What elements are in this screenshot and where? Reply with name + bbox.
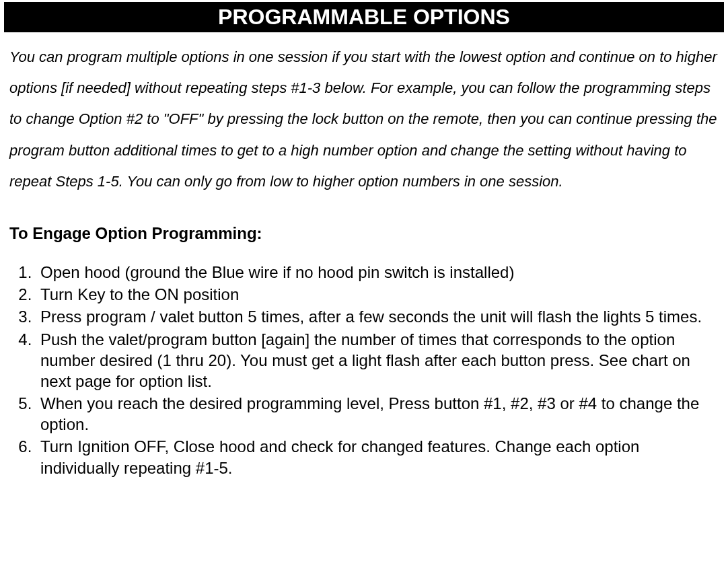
step-item: When you reach the desired programming l…: [36, 393, 719, 435]
step-item: Open hood (ground the Blue wire if no ho…: [36, 262, 719, 283]
subheading: To Engage Option Programming:: [9, 224, 719, 243]
step-item: Press program / valet button 5 times, af…: [36, 306, 719, 327]
intro-paragraph: You can program multiple options in one …: [9, 42, 719, 197]
steps-list: Open hood (ground the Blue wire if no ho…: [34, 262, 719, 478]
step-item: Turn Ignition OFF, Close hood and check …: [36, 436, 719, 478]
step-item: Push the valet/program button [again] th…: [36, 329, 719, 392]
section-title: PROGRAMMABLE OPTIONS: [4, 2, 724, 32]
step-item: Turn Key to the ON position: [36, 284, 719, 305]
